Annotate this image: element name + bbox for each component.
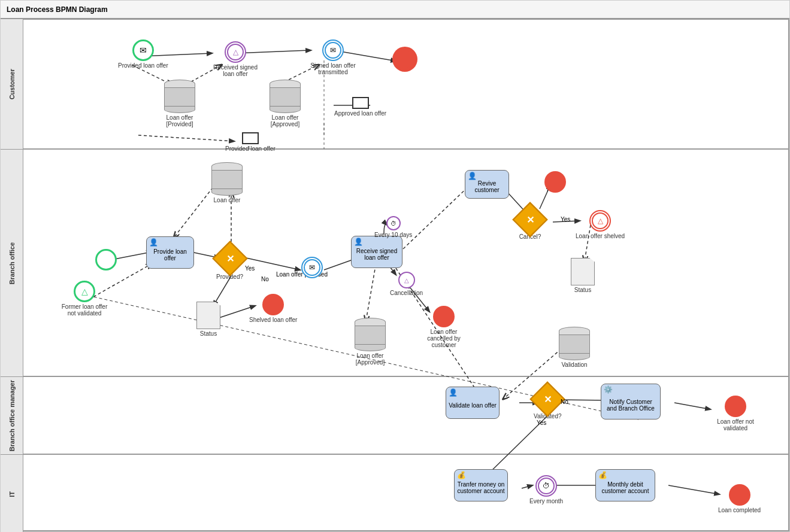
received-signed-event: △ Received signed loan offer [211, 41, 259, 77]
notify-label: Notify Customer and Branch Office [604, 399, 658, 412]
loan-offer-approved-branch-label: Loan offer [Approved] [343, 352, 397, 366]
provided-gateway: ✕ Provided? [216, 246, 243, 280]
shelved-label: Shelved loan offer [249, 317, 297, 323]
lane-label-manager: Branch office manager [1, 377, 23, 455]
customer-start-label: Provided loan offer [118, 62, 168, 69]
monthly-debit-task[interactable]: 💰 Monthly debit customer account [595, 469, 655, 501]
status-doc-2-label: Status [574, 287, 591, 293]
revive-customer-task[interactable]: 👤 Revive customer [465, 170, 509, 199]
timer-monthly-label: Every month [529, 498, 563, 504]
loan-cancelled-label: Loan offer cancelled by customer [420, 329, 468, 348]
yes-label-1: Yes [245, 265, 255, 272]
loan-offer-store-label: Loan offer [214, 197, 241, 203]
no-label-1: No [261, 276, 269, 282]
no-label-validated: No [561, 399, 568, 405]
provide-loan-label: Provide loan offer [149, 248, 191, 262]
former-loan-event: △ Former loan offer not validated [60, 281, 108, 317]
customer-end-event [394, 48, 416, 70]
loan-offer-approved-customer-store: Loan offer [Approved] [258, 80, 312, 127]
signed-transmitted-label: Signed loan offer transmitted [309, 62, 357, 75]
lane-customer: Customer [1, 19, 789, 149]
loan-offer-provided-store: Loan offer [Provided] [153, 80, 207, 127]
diagram-title: Loan Process BPMN Diagram [7, 5, 108, 14]
not-validated-end: Loan offer not validated [709, 396, 762, 431]
former-loan-label: Former loan offer not validated [60, 303, 108, 317]
transfer-money-label: Tranfer money on customer account [457, 481, 505, 494]
cancel-no-end [544, 171, 566, 193]
loan-shelved-label: Loan offer shelved [576, 233, 625, 239]
received-signed-label: Received signed loan offer [211, 64, 259, 77]
yes-label-validated: Yes [537, 419, 546, 426]
lane-label-it: IT [1, 455, 23, 532]
receive-signed-task[interactable]: 👤 Receive signed loan offer [351, 236, 402, 268]
lane-label-branch: Branch office [1, 150, 23, 377]
notify-task[interactable]: ⚙️ Notify Customer and Branch Office [601, 384, 661, 419]
validation-store: Validation [559, 327, 590, 368]
diagram-container: Loan Process BPMN Diagram Customer Branc… [0, 0, 790, 532]
status-doc-1: Status [196, 302, 220, 337]
provided-loan-msg: Provided loan offer [225, 132, 276, 152]
revive-customer-label: Revive customer [468, 180, 506, 193]
loan-completed-label: Loan completed [718, 507, 761, 513]
approved-loan-msg: Approved loan offer [334, 97, 386, 117]
status-doc-2: Status [571, 258, 595, 293]
header-bar: Loan Process BPMN Diagram [1, 1, 789, 19]
lane-label-customer: Customer [1, 19, 23, 150]
loan-offer-provided-event: ✉ [301, 257, 323, 278]
yes-label-cancel: Yes [561, 216, 570, 223]
cancel-gateway: ✕ Cancel? [517, 207, 543, 240]
timer-10days-label: Every 10 days [374, 232, 412, 238]
provided-loan-msg-label: Provided loan offer [225, 145, 276, 152]
loan-offered-provided-label: Loan offer [Provided] [153, 114, 207, 127]
validated-gateway: ✕ Validated? [534, 387, 562, 419]
lane-manager: Branch office manager [1, 376, 789, 454]
transfer-money-task[interactable]: 💰 Tranfer money on customer account [454, 469, 508, 501]
signed-transmitted-event: ✉ Signed loan offer transmitted [309, 39, 357, 75]
timer-10days: ⏱ Every 10 days [374, 216, 412, 238]
loan-offer-approved-customer-label: Loan offer [Approved] [258, 114, 312, 127]
receive-signed-label: Receive signed loan offer [354, 248, 399, 261]
cancellation-event: △ Cancellation [390, 272, 423, 296]
monthly-debit-label: Monthly debit customer account [598, 481, 652, 494]
customer-start-event: ✉ Provided loan offer [118, 39, 168, 69]
approved-loan-msg-label: Approved loan offer [334, 110, 386, 117]
status-doc-1-label: Status [200, 330, 217, 337]
loan-offer-store: Loan offer [211, 162, 243, 203]
timer-monthly: ⏱ Every month [529, 475, 563, 504]
cancellation-label: Cancellation [390, 290, 423, 296]
branch-start-event [95, 249, 117, 270]
loan-cancelled-end: Loan offer cancelled by customer [420, 306, 468, 348]
validation-store-label: Validation [561, 361, 587, 368]
loan-shelved-event: △ Loan offer shelved [576, 210, 625, 239]
loan-completed-end: Loan completed [718, 484, 761, 513]
loan-offer-approved-branch: Loan offer [Approved] [343, 318, 397, 366]
validate-loan-task[interactable]: 👤 Validate loan offer [446, 387, 500, 419]
not-validated-label: Loan offer not validated [709, 418, 762, 431]
shelved-end: Shelved loan offer [249, 294, 297, 323]
validate-loan-label: Validate loan offer [449, 402, 497, 409]
lane-it: IT [1, 454, 789, 532]
provide-loan-task[interactable]: 👤 Provide loan offer [146, 236, 194, 269]
